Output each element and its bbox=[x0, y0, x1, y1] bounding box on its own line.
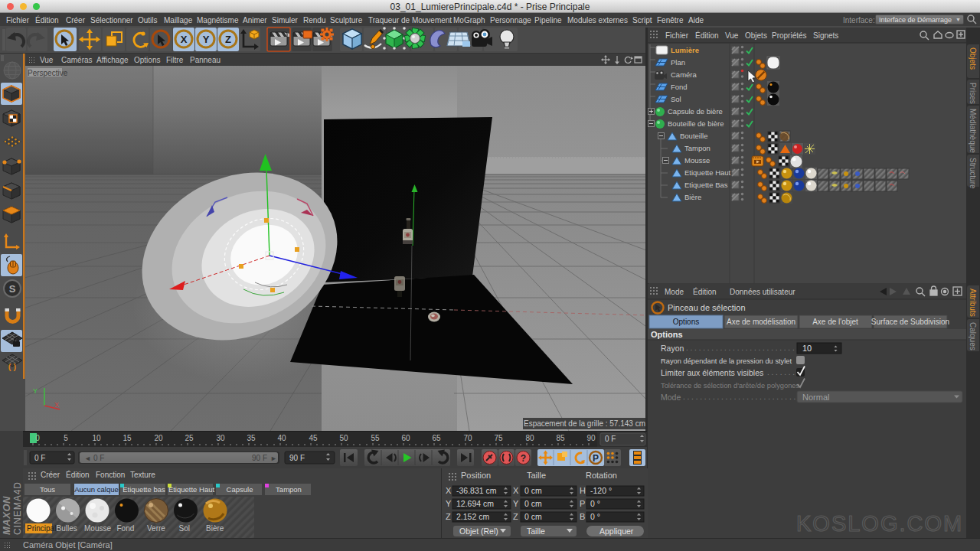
svg-text:Édition: Édition bbox=[693, 287, 717, 296]
svg-text:Etiquette Bas: Etiquette Bas bbox=[684, 181, 728, 189]
svg-text:Axe de l'objet: Axe de l'objet bbox=[812, 318, 858, 326]
svg-text:0 °: 0 ° bbox=[590, 499, 600, 508]
svg-text:Lumière: Lumière bbox=[671, 46, 699, 54]
svg-text:15: 15 bbox=[122, 434, 132, 442]
svg-text:40: 40 bbox=[277, 434, 286, 442]
svg-text:Édition: Édition bbox=[66, 470, 90, 479]
svg-text:Rayon: Rayon bbox=[661, 344, 684, 353]
svg-text:◄: ◄ bbox=[84, 455, 91, 462]
svg-text:Y: Y bbox=[203, 34, 210, 45]
svg-text:35: 35 bbox=[247, 434, 256, 442]
svg-text:Options: Options bbox=[673, 318, 699, 326]
svg-text:90 F: 90 F bbox=[289, 454, 305, 462]
svg-text:Z: Z bbox=[513, 512, 518, 521]
svg-text:80: 80 bbox=[525, 434, 534, 442]
svg-text:Plan: Plan bbox=[671, 58, 685, 67]
svg-text:. . . . . . . . . . . . . . .: . . . . . . . . . . . . . . . . . . . . … bbox=[686, 344, 803, 352]
svg-text:Données utilisateur: Données utilisateur bbox=[730, 288, 795, 296]
svg-text:Vue: Vue bbox=[725, 31, 739, 40]
svg-text:65: 65 bbox=[432, 434, 441, 442]
svg-text:Sol: Sol bbox=[179, 524, 190, 533]
svg-text:Propriétés: Propriétés bbox=[772, 31, 807, 40]
svg-text:0: 0 bbox=[35, 434, 40, 442]
svg-text:12.694 cm: 12.694 cm bbox=[456, 499, 494, 508]
svg-text:Bière: Bière bbox=[684, 193, 701, 201]
svg-text:Capsule: Capsule bbox=[227, 485, 253, 494]
svg-text:MAXON: MAXON bbox=[1, 496, 12, 535]
svg-text:5: 5 bbox=[64, 434, 68, 442]
svg-text:90: 90 bbox=[586, 434, 596, 442]
svg-text:Taille: Taille bbox=[527, 527, 545, 536]
svg-text:Fond: Fond bbox=[671, 83, 688, 91]
svg-text:Mousse: Mousse bbox=[684, 156, 710, 165]
svg-text:0 cm: 0 cm bbox=[524, 512, 542, 521]
svg-text:55: 55 bbox=[371, 434, 380, 442]
svg-text:0 F: 0 F bbox=[605, 435, 616, 443]
svg-text:►: ► bbox=[270, 455, 277, 462]
svg-text:Etiquette bas: Etiquette bas bbox=[122, 485, 165, 494]
svg-text:P: P bbox=[580, 499, 585, 508]
svg-text:Tampon: Tampon bbox=[276, 485, 302, 494]
svg-text:Fond: Fond bbox=[117, 524, 135, 533]
svg-text:Tampon: Tampon bbox=[684, 144, 710, 152]
svg-text:85: 85 bbox=[556, 434, 565, 442]
svg-text:60: 60 bbox=[401, 434, 410, 442]
svg-text:Rotation: Rotation bbox=[586, 471, 617, 480]
svg-text:75: 75 bbox=[494, 434, 503, 442]
svg-text:( ): ( ) bbox=[8, 362, 17, 371]
svg-text:45: 45 bbox=[309, 434, 318, 442]
svg-text:. . . . . . . . . . . . . . .: . . . . . . . . . . . . . . . . . . . . … bbox=[683, 393, 804, 401]
svg-text:-36.831 cm: -36.831 cm bbox=[456, 486, 497, 495]
svg-text:Tolérance de sélection d'arête: Tolérance de sélection d'arête/de polygo… bbox=[661, 382, 799, 390]
svg-text:Capsule de bière: Capsule de bière bbox=[668, 107, 723, 116]
svg-text:Texture: Texture bbox=[130, 471, 155, 479]
svg-text:Normal: Normal bbox=[802, 393, 829, 402]
svg-text:P: P bbox=[593, 453, 599, 464]
svg-text:0 cm: 0 cm bbox=[524, 499, 542, 508]
svg-text:H: H bbox=[580, 486, 586, 495]
svg-text:Mode: Mode bbox=[665, 288, 684, 296]
svg-text:0 F: 0 F bbox=[34, 454, 45, 462]
svg-text:Pinceau de sélection: Pinceau de sélection bbox=[668, 303, 746, 312]
svg-text:Sol: Sol bbox=[671, 95, 681, 103]
svg-text:Mousse: Mousse bbox=[84, 524, 111, 533]
svg-text:X: X bbox=[181, 34, 188, 45]
svg-text:2.152 cm: 2.152 cm bbox=[456, 512, 489, 521]
svg-text:Fonction: Fonction bbox=[96, 471, 125, 479]
svg-text:30: 30 bbox=[216, 434, 225, 442]
svg-text:Caméra: Caméra bbox=[671, 70, 697, 79]
svg-text:X: X bbox=[513, 486, 519, 495]
svg-text:Verre: Verre bbox=[147, 524, 165, 533]
svg-text:Axe de modélisation: Axe de modélisation bbox=[727, 318, 795, 326]
svg-text:Signets: Signets bbox=[813, 31, 838, 40]
svg-text:Rayon dépendant de la pression: Rayon dépendant de la pression du stylet bbox=[661, 357, 792, 365]
svg-text:Limiter aux éléments visibles: Limiter aux éléments visibles bbox=[661, 368, 763, 377]
svg-text:Objets: Objets bbox=[745, 31, 767, 40]
svg-text:Tous: Tous bbox=[40, 485, 55, 494]
svg-text:0 °: 0 ° bbox=[590, 512, 600, 521]
svg-text:50: 50 bbox=[339, 434, 348, 442]
svg-text:Etiquette Haut: Etiquette Haut bbox=[684, 168, 731, 177]
svg-text:0 cm: 0 cm bbox=[524, 486, 542, 495]
svg-text:CINEMA4D: CINEMA4D bbox=[12, 481, 23, 535]
svg-text:Options: Options bbox=[651, 330, 683, 339]
svg-text:?: ? bbox=[521, 453, 526, 464]
svg-text:10: 10 bbox=[92, 434, 101, 442]
svg-text:90 F: 90 F bbox=[252, 454, 267, 462]
svg-text:Bouteille de bière: Bouteille de bière bbox=[668, 119, 724, 128]
svg-text:Bière: Bière bbox=[206, 524, 224, 533]
svg-text:10: 10 bbox=[802, 344, 812, 353]
svg-text:20: 20 bbox=[154, 434, 163, 442]
svg-text:Z: Z bbox=[225, 34, 231, 45]
svg-text:Objet (Rel): Objet (Rel) bbox=[459, 527, 498, 536]
svg-text:70: 70 bbox=[463, 434, 472, 442]
svg-text:25: 25 bbox=[185, 434, 194, 442]
svg-text:Fichier: Fichier bbox=[665, 31, 689, 40]
svg-text:Créer: Créer bbox=[41, 471, 60, 479]
svg-text:X: X bbox=[446, 486, 452, 495]
svg-text:Mode: Mode bbox=[661, 393, 681, 402]
svg-text:Appliquer: Appliquer bbox=[599, 527, 634, 536]
svg-text:Bouteille: Bouteille bbox=[680, 132, 707, 140]
svg-text:Etiquette Haut: Etiquette Haut bbox=[168, 485, 215, 494]
svg-text:S: S bbox=[9, 283, 16, 295]
